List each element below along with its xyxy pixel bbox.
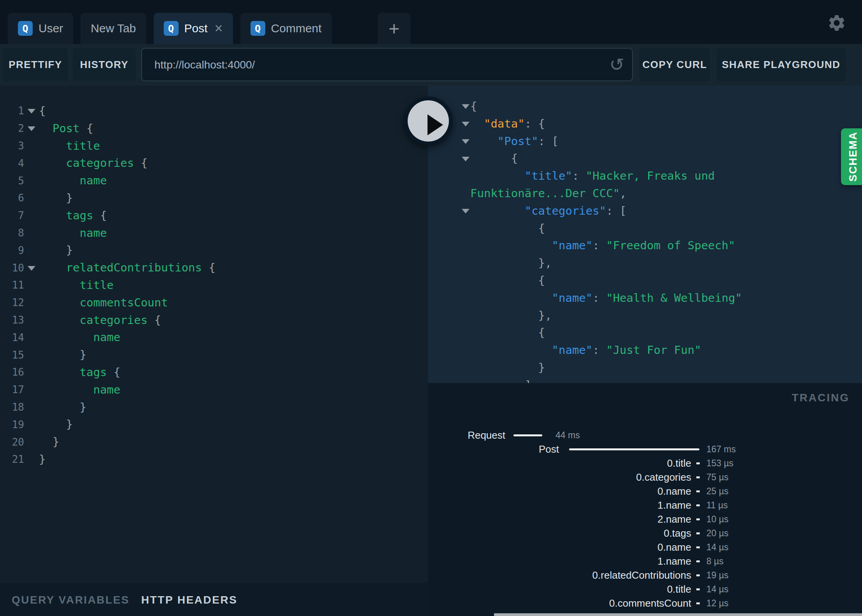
query-line: 13 categories {: [0, 312, 428, 329]
schema-tab-label: SCHEMA: [847, 131, 859, 182]
fold-gutter: [461, 121, 470, 126]
line-number: 9: [0, 245, 24, 256]
response-line: "Post": [: [428, 133, 862, 150]
line-number: 11: [0, 279, 24, 291]
tracing-row-value: 12 µs: [706, 598, 729, 609]
fold-gutter: [461, 103, 470, 109]
endpoint-url-input[interactable]: [154, 49, 591, 81]
response-line: }: [428, 359, 862, 376]
response-line: {: [428, 272, 862, 289]
tracing-row-value: 167 ms: [706, 444, 736, 455]
response-line: "data": {: [428, 115, 862, 133]
tracing-row: 0.tags20 µs: [428, 526, 862, 540]
timing-bar: [513, 434, 542, 436]
tracing-row-label: 1.name: [428, 499, 691, 511]
response-line: },: [428, 307, 862, 324]
new-tab-button[interactable]: +: [378, 13, 410, 44]
tracing-row: 1.name11 µs: [428, 498, 862, 512]
horizontal-scrollbar[interactable]: [494, 613, 862, 616]
history-button[interactable]: HISTORY: [73, 48, 136, 81]
line-number: 15: [0, 349, 24, 361]
line-number: 8: [0, 227, 24, 239]
fold-arrow-icon[interactable]: [28, 109, 35, 114]
fold-arrow-icon[interactable]: [462, 139, 470, 144]
tab-comment[interactable]: QComment: [240, 13, 332, 44]
code-text: name: [39, 172, 107, 189]
code-text: {: [39, 102, 46, 120]
prettify-button[interactable]: PRETTIFY: [3, 48, 68, 81]
tab-label: New Tab: [91, 22, 136, 35]
query-line: 15 }: [0, 346, 428, 364]
share-playground-button[interactable]: SHARE PLAYGROUND: [717, 48, 846, 81]
settings-gear-icon[interactable]: [827, 13, 846, 33]
tracing-row-label: 1.name: [428, 555, 691, 567]
query-badge: Q: [164, 21, 179, 36]
fold-arrow-icon[interactable]: [462, 209, 470, 214]
query-line: 14 name: [0, 329, 428, 346]
execute-button[interactable]: [404, 96, 453, 145]
line-number: 2: [0, 122, 24, 134]
code-text: }: [39, 433, 59, 451]
tracing-row-value: 10 µs: [706, 514, 729, 525]
fold-arrow-icon[interactable]: [28, 266, 35, 271]
fold-arrow-icon[interactable]: [462, 104, 470, 109]
tab-bar: QUserNew TabQPost×QComment +: [0, 0, 862, 44]
close-icon[interactable]: ×: [215, 21, 223, 35]
response-line: "name": "Just For Fun": [428, 341, 862, 359]
tracing-row: 2.name10 µs: [428, 512, 862, 526]
line-number: 18: [0, 401, 24, 413]
query-line: 16 tags {: [0, 364, 428, 381]
tracing-row-label: 0.title: [428, 457, 691, 469]
tracing-row: 0.name14 µs: [428, 540, 862, 554]
tracing-row: 0.categories75 µs: [428, 470, 862, 484]
fold-gutter: [461, 208, 470, 214]
tracing-row-label: 0.name: [428, 485, 691, 497]
reload-icon[interactable]: ↺: [609, 53, 624, 76]
code-text: {: [470, 150, 518, 167]
query-line: 6 }: [0, 189, 428, 207]
code-text: {: [470, 220, 545, 237]
tab-label: Post: [184, 22, 208, 35]
fold-arrow-icon[interactable]: [28, 126, 35, 131]
tracing-row-value: 14 µs: [706, 542, 729, 553]
query-line: 10 relatedContributions {: [0, 259, 428, 276]
tab-user[interactable]: QUser: [8, 13, 73, 44]
tracing-row-label: 0.tags: [428, 527, 691, 539]
tab-query-variables[interactable]: QUERY VARIABLES: [12, 594, 130, 606]
code-text: }: [39, 416, 73, 433]
response-line: {: [428, 220, 862, 237]
code-text: relatedContributions {: [39, 259, 216, 276]
response-line: "name": "Health & Wellbeing": [428, 289, 862, 307]
code-text: commentsCount: [39, 294, 168, 312]
query-line: 19 }: [0, 416, 428, 433]
query-editor[interactable]: 1{2 Post {3 title4 categories {5 name6 }…: [0, 86, 428, 583]
fold-arrow-icon[interactable]: [462, 122, 470, 126]
response-line: ]: [428, 376, 862, 383]
query-line: 11 title: [0, 276, 428, 294]
code-text: {: [470, 324, 545, 341]
response-line: "title": "Hacker, Freaks und: [428, 167, 862, 185]
line-number: 3: [0, 140, 24, 152]
graphql-playground-window: QUserNew TabQPost×QComment + PRETTIFY HI…: [0, 0, 862, 616]
tracing-row-label: 0.categories: [428, 471, 691, 483]
tab-new-tab[interactable]: New Tab: [81, 13, 146, 44]
fold-arrow-icon[interactable]: [462, 157, 470, 161]
tab-post[interactable]: QPost×: [154, 13, 233, 44]
schema-tab[interactable]: SCHEMA: [841, 128, 862, 185]
line-number: 1: [0, 105, 24, 117]
line-number: 6: [0, 192, 24, 204]
tracing-row-label: Request: [428, 429, 505, 441]
code-text: {: [470, 272, 545, 289]
tracing-row: 0.commentsCount12 µs: [428, 596, 862, 610]
tracing-row-label: 2.name: [428, 513, 691, 525]
tab-http-headers[interactable]: HTTP HEADERS: [141, 594, 237, 606]
code-text: categories {: [39, 154, 147, 172]
query-line: 7 tags {: [0, 207, 428, 224]
copy-curl-button[interactable]: COPY CURL: [639, 48, 710, 81]
line-number: 21: [0, 453, 24, 465]
line-number: 7: [0, 210, 24, 221]
query-line: 1{: [0, 102, 428, 120]
query-line: 9 }: [0, 242, 428, 259]
line-number: 20: [0, 436, 24, 448]
line-number: 14: [0, 332, 24, 343]
